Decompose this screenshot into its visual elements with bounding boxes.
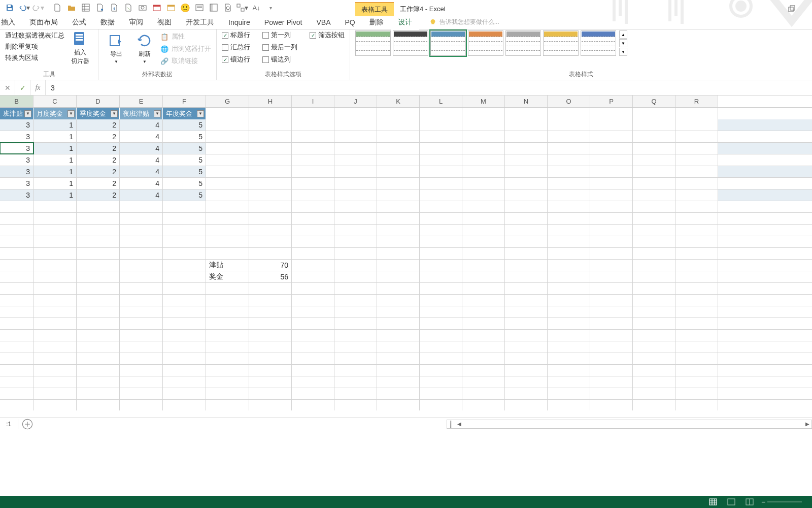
empty-cell[interactable] xyxy=(249,178,292,189)
empty-cell[interactable] xyxy=(163,271,206,282)
empty-cell[interactable] xyxy=(420,178,462,189)
table-cell[interactable]: 1 xyxy=(33,119,77,131)
empty-cell[interactable] xyxy=(462,236,505,247)
empty-cell[interactable] xyxy=(633,260,675,271)
empty-cell[interactable] xyxy=(249,143,292,154)
empty-cell[interactable] xyxy=(120,318,163,329)
empty-cell[interactable] xyxy=(33,400,77,410)
empty-cell[interactable] xyxy=(420,225,462,236)
empty-cell[interactable] xyxy=(420,236,462,247)
empty-cell[interactable] xyxy=(77,260,120,271)
empty-cell[interactable] xyxy=(675,318,718,329)
page-export-icon[interactable] xyxy=(108,1,121,14)
empty-cell[interactable] xyxy=(590,143,633,154)
empty-cell[interactable] xyxy=(249,131,292,142)
empty-cell[interactable] xyxy=(505,365,548,376)
empty-cell[interactable] xyxy=(249,376,292,388)
table-cell[interactable]: 3 xyxy=(0,143,33,154)
empty-cell[interactable] xyxy=(590,341,633,353)
check-banded-cols[interactable]: 镶边列 xyxy=(262,55,297,64)
empty-cell[interactable] xyxy=(334,119,377,131)
empty-cell[interactable] xyxy=(249,201,292,212)
empty-cell[interactable] xyxy=(633,236,675,247)
page-icon[interactable] xyxy=(93,1,107,14)
empty-cell[interactable] xyxy=(505,248,548,259)
empty-cell[interactable] xyxy=(420,330,462,341)
empty-cell[interactable] xyxy=(292,330,334,341)
grid-row[interactable] xyxy=(0,330,812,341)
empty-cell[interactable] xyxy=(462,365,505,376)
empty-cell[interactable] xyxy=(548,306,590,318)
empty-cell[interactable] xyxy=(163,400,206,410)
empty-cell[interactable] xyxy=(0,388,33,399)
tell-me-search[interactable]: 告诉我您想要做什么... xyxy=(429,18,499,26)
empty-cell[interactable] xyxy=(0,376,33,388)
table-cell[interactable]: 1 xyxy=(33,189,77,201)
layout-icon[interactable] xyxy=(207,1,220,14)
empty-cell[interactable] xyxy=(420,353,462,364)
empty-cell[interactable] xyxy=(675,201,718,212)
empty-cell[interactable] xyxy=(206,143,249,154)
filter-dropdown-button[interactable]: ▼ xyxy=(197,110,204,117)
normal-view-button[interactable] xyxy=(706,497,720,506)
empty-cell[interactable] xyxy=(505,271,548,282)
empty-cell[interactable] xyxy=(0,213,33,224)
summarize-pivot-button[interactable]: 通过数据透视表汇总 xyxy=(5,30,64,41)
table-cell[interactable]: 4 xyxy=(120,154,163,166)
empty-cell[interactable] xyxy=(590,178,633,189)
empty-cell[interactable] xyxy=(462,271,505,282)
empty-cell[interactable] xyxy=(633,178,675,189)
empty-cell[interactable] xyxy=(77,295,120,306)
empty-cell[interactable] xyxy=(292,365,334,376)
empty-cell[interactable] xyxy=(77,353,120,364)
empty-cell[interactable] xyxy=(675,154,718,166)
table-style-thumb[interactable] xyxy=(581,30,616,56)
empty-cell[interactable] xyxy=(334,376,377,388)
table-style-thumb[interactable] xyxy=(393,30,428,56)
insert-slicer-button[interactable]: 插入 切片器 xyxy=(67,30,93,66)
table-row[interactable]: 31245 xyxy=(0,154,812,166)
empty-cell[interactable] xyxy=(249,225,292,236)
empty-cell[interactable] xyxy=(206,236,249,247)
empty-cell[interactable] xyxy=(120,260,163,271)
empty-cell[interactable] xyxy=(77,225,120,236)
empty-cell[interactable] xyxy=(505,376,548,388)
filter-dropdown-button[interactable]: ▼ xyxy=(67,110,75,117)
empty-cell[interactable] xyxy=(33,225,77,236)
table-cell[interactable]: 3 xyxy=(0,166,33,177)
empty-cell[interactable] xyxy=(292,318,334,329)
empty-cell[interactable] xyxy=(675,271,718,282)
empty-cell[interactable] xyxy=(206,166,249,177)
grid-row[interactable] xyxy=(0,306,812,318)
empty-cell[interactable] xyxy=(590,201,633,212)
empty-cell[interactable] xyxy=(377,213,420,224)
empty-cell[interactable] xyxy=(462,248,505,259)
column-header[interactable]: B xyxy=(0,96,33,107)
remove-duplicates-button[interactable]: 删除重复项 xyxy=(5,42,64,52)
table-row[interactable]: 31245 xyxy=(0,119,812,131)
empty-cell[interactable] xyxy=(633,201,675,212)
empty-cell[interactable] xyxy=(675,213,718,224)
empty-cell[interactable] xyxy=(675,166,718,177)
empty-cell[interactable] xyxy=(377,201,420,212)
empty-cell[interactable] xyxy=(334,330,377,341)
empty-cell[interactable] xyxy=(548,376,590,388)
table-cell[interactable]: 1 xyxy=(33,143,77,154)
table-cell[interactable]: 4 xyxy=(120,119,163,131)
formula-cancel-button[interactable]: ✕ xyxy=(0,80,15,95)
table-cell[interactable]: 3 xyxy=(0,154,33,166)
empty-cell[interactable] xyxy=(633,330,675,341)
column-header[interactable]: J xyxy=(334,96,377,107)
empty-cell[interactable] xyxy=(505,225,548,236)
empty-cell[interactable] xyxy=(206,295,249,306)
empty-cell[interactable] xyxy=(462,295,505,306)
empty-cell[interactable] xyxy=(0,260,33,271)
redo-button[interactable]: ▾ xyxy=(31,1,45,14)
date-icon[interactable] xyxy=(164,1,178,14)
empty-cell[interactable] xyxy=(548,143,590,154)
empty-cell[interactable] xyxy=(33,330,77,341)
empty-cell[interactable] xyxy=(548,283,590,294)
empty-cell[interactable] xyxy=(462,178,505,189)
table-cell[interactable]: 2 xyxy=(77,119,120,131)
tab-page-layout[interactable]: 页面布局 xyxy=(22,16,65,29)
